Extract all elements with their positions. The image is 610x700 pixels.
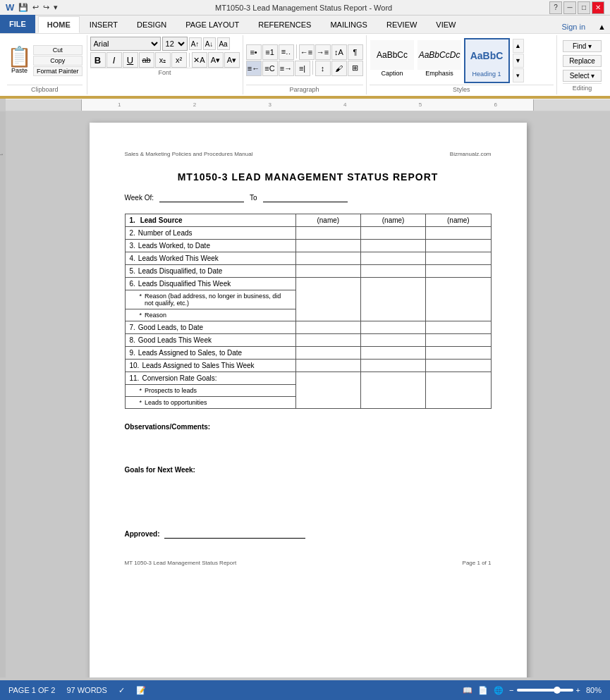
style-caption[interactable]: AaBbCc Caption [370,38,415,83]
styles-scroll-up[interactable]: ▲ [513,39,524,53]
read-mode-icon[interactable]: 📖 [463,686,472,695]
strikethrough-button[interactable]: ab [139,52,154,68]
title-bar: W 💾 ↩ ↪ ▾ MT1050-3 Lead Management Statu… [0,0,610,16]
decrease-indent-btn[interactable]: ←≡ [299,44,315,60]
row11-c1 [295,372,360,409]
style-heading1-preview: AaBbC [465,41,508,70]
cut-button[interactable]: Cut [33,45,83,55]
print-layout-icon[interactable]: 📄 [478,686,488,695]
increase-indent-btn[interactable]: →≡ [315,44,331,60]
replace-btn[interactable]: Replace [563,55,602,67]
italic-button[interactable]: I [106,52,122,68]
goals: Goals for Next Week: [125,466,492,474]
row5-c3 [426,265,491,278]
quick-undo[interactable]: ↩ [32,3,39,12]
tab-mailings[interactable]: MAILINGS [321,16,377,33]
word-count: 97 WORDS [66,686,106,694]
line-spacing-btn[interactable]: ↕ [315,61,331,76]
document-page: Sales & Marketing Policies and Procedure… [90,123,527,677]
numbering-btn[interactable]: ≡1 [262,44,278,60]
tab-references[interactable]: REFERENCES [249,16,320,33]
font-divider [189,53,190,67]
tab-view[interactable]: VIEW [427,16,465,33]
paragraph-label: Paragraph [246,85,363,93]
paste-button[interactable]: 📋 Paste [7,47,32,74]
clear-format-btn[interactable]: ✕A [192,52,207,68]
bullets-btn[interactable]: ≡• [246,44,262,60]
minimize-btn[interactable]: ─ [563,1,576,14]
multilevel-btn[interactable]: ≡‥ [279,44,294,60]
tab-design[interactable]: DESIGN [128,16,176,33]
row5-label: 5.Leads Disqualified, to Date [125,265,295,278]
clipboard-group: 📋 Paste Cut Copy Format Painter Clipboar… [3,35,87,94]
row10-label: 10.Leads Assigned to Sales This Week [125,360,295,372]
row7-label: 7.Good Leads, to Date [125,321,295,334]
tab-home[interactable]: HOME [38,16,80,33]
format-painter-button[interactable]: Format Painter [33,66,83,76]
sign-in[interactable]: Sign in [553,20,594,33]
underline-button[interactable]: U [123,52,138,68]
row6-sub2: * Reason [125,309,295,321]
justify-btn[interactable]: ≡| [295,61,310,76]
quick-redo[interactable]: ↪ [43,3,49,12]
sort-btn[interactable]: ↕A [331,44,347,60]
increase-font-btn[interactable]: A↑ [189,37,202,50]
web-layout-icon[interactable]: 🌐 [494,686,504,695]
show-para-btn[interactable]: ¶ [348,44,363,60]
week-of-line: Week Of: To [125,194,492,202]
page-container: Sales & Marketing Policies and Procedure… [90,123,527,666]
styles-dropdown[interactable]: ▾ [513,68,524,82]
decrease-font-btn[interactable]: A↓ [203,37,216,50]
row11-c2 [360,372,425,409]
ribbon-expand[interactable]: ▲ [594,20,610,33]
track-changes-icon[interactable]: 📝 [136,686,146,695]
font-size-selector[interactable]: 12 [162,37,188,51]
tab-insert[interactable]: INSERT [80,16,127,33]
copy-button[interactable]: Copy [33,56,83,66]
font-name-selector[interactable]: Arial [90,37,161,51]
maximize-btn[interactable]: □ [578,1,590,14]
text-color-btn[interactable]: A▾ [224,52,240,68]
status-bar: PAGE 1 OF 2 97 WORDS ✓ 📝 📖 📄 🌐 − + 80% [0,680,610,700]
zoom-track[interactable] [517,689,573,692]
select-btn[interactable]: Select ▾ [563,70,602,82]
highlight-btn[interactable]: A▾ [208,52,224,68]
change-case-btn[interactable]: Aa [217,37,230,50]
para-row1: ≡• ≡1 ≡‥ ←≡ →≡ ↕A ¶ [246,44,363,60]
close-btn[interactable]: ✕ [592,1,604,14]
align-right-btn[interactable]: ≡→ [279,61,294,76]
border-btn[interactable]: ⊞ [348,61,363,76]
header-name-3: (name) [426,214,491,227]
help-btn[interactable]: ? [549,1,562,14]
zoom-thumb[interactable] [554,687,561,694]
ruler-right-margin [534,99,610,111]
row9-c1 [295,347,360,360]
header-lead-source: 1. Lead Source [125,214,295,227]
table-row: 10.Leads Assigned to Sales This Week [125,360,491,372]
footer-right: Page 1 of 1 [463,560,492,566]
find-btn[interactable]: Find ▾ [563,40,602,52]
zoom-out-btn[interactable]: − [509,686,513,694]
styles-scroll-down[interactable]: ▼ [513,54,524,68]
document-area[interactable]: 1 2 3 Sales & Marketing Policies and Pro… [0,111,610,677]
align-center-btn[interactable]: ≡C [262,61,278,76]
shading-btn[interactable]: 🖌 [331,61,347,76]
superscript-button[interactable]: x² [171,52,187,68]
row6-c1 [295,278,360,321]
subscript-button[interactable]: x₂ [155,52,171,68]
tab-page-layout[interactable]: PAGE LAYOUT [176,16,248,33]
approved: Approved: [125,530,492,539]
tab-review[interactable]: REVIEW [377,16,426,33]
row5-c1 [295,265,360,278]
zoom-in-btn[interactable]: + [576,686,580,694]
style-heading1[interactable]: AaBbC Heading 1 [464,38,510,83]
font-row-1: Arial 12 A↑ A↓ Aa [90,37,240,51]
zoom-slider[interactable]: − + [509,686,580,694]
align-left-btn[interactable]: ≡← [246,61,262,76]
quick-save[interactable]: 💾 [18,3,28,12]
style-emphasis[interactable]: AaBbCcDc Emphasis [417,38,463,83]
spelling-icon[interactable]: ✓ [118,686,125,695]
tab-file[interactable]: FILE [0,15,35,33]
bold-button[interactable]: B [90,52,106,68]
paste-label: Paste [11,67,28,74]
